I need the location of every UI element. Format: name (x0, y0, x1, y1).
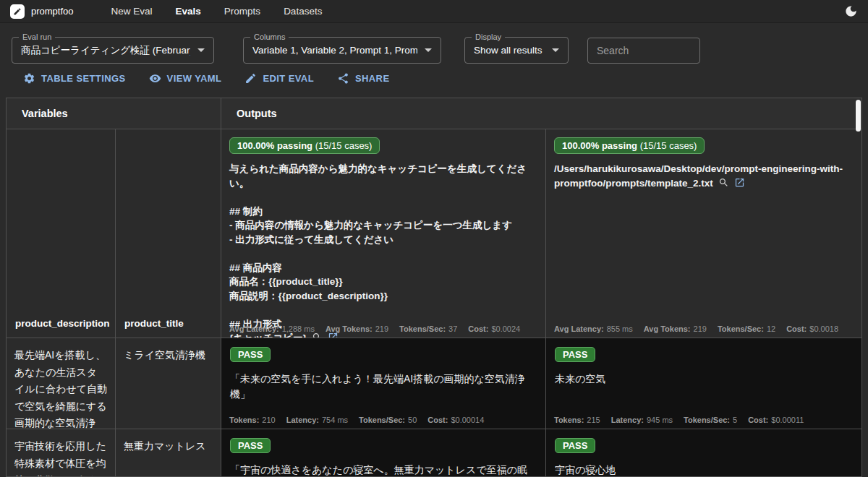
display-select[interactable]: Display Show all results (464, 37, 569, 64)
row-1-product-description: 最先端AIを搭載し、あなたの生活スタイルに合わせて自動で空気を綺麗にする画期的な… (7, 338, 116, 429)
nav-new-eval[interactable]: New Eval (111, 6, 153, 17)
navbar: promptfoo New Eval Evals Prompts Dataset… (0, 0, 868, 23)
output-text: 「宇宙の快適さをあなたの寝室へ。無重力マットレスで至福の眠りを体 (230, 463, 537, 477)
pass-badge: PASS (230, 438, 271, 453)
row-1-product-title: ミライ空気清浄機 (116, 338, 221, 429)
eval-run-select[interactable]: Eval run 商品コピーライティング検証 (February … (12, 37, 214, 64)
passing-cases: (15/15 cases) (312, 140, 372, 151)
columns-select[interactable]: Columns Variable 1, Variable 2, Prompt 1… (243, 37, 441, 64)
search-box (587, 38, 700, 64)
main-nav: New Eval Evals Prompts Datasets (111, 6, 323, 17)
promptfoo-app: promptfoo New Eval Evals Prompts Dataset… (0, 0, 868, 477)
row-2-product-description: 宇宙技術を応用した特殊素材で体圧を均等に分散し、まるで (7, 429, 116, 477)
brand-name: promptfoo (31, 6, 74, 17)
output-stats: Tokens:210 Latency:754 ms Tokens/Sec:50 … (229, 416, 484, 424)
output-text: 「未来の空気を手に入れよう！最先端AI搭載の画期的な空気清浄機」 (230, 371, 537, 402)
gear-icon (23, 72, 35, 85)
nav-prompts[interactable]: Prompts (224, 6, 260, 17)
prompt-2-cell: 100.00% passing (15/15 cases) /Users/har… (546, 129, 861, 338)
columns-label: Columns (250, 32, 289, 42)
row-2-product-title: 無重力マットレス (116, 429, 221, 477)
table-settings-button[interactable]: TABLE SETTINGS (22, 69, 127, 87)
prompt-1-stats: Avg Latency:1,288 ms Avg Tokens:219 Toke… (229, 325, 520, 333)
eval-run-label: Eval run (19, 32, 55, 42)
open-external-icon[interactable] (734, 177, 745, 188)
pass-badge: PASS (555, 438, 595, 453)
edit-eval-label: EDIT EVAL (263, 73, 314, 84)
passing-percent: 100.00% passing (562, 140, 637, 151)
pass-badge: PASS (230, 347, 271, 362)
nav-evals[interactable]: Evals (176, 6, 201, 17)
table-settings-label: TABLE SETTINGS (41, 73, 126, 84)
share-icon (337, 72, 349, 85)
display-label: Display (472, 32, 505, 42)
row-1-output-1[interactable]: PASS 「未来の空気を手に入れよう！最先端AI搭載の画期的な空気清浄機」 To… (221, 338, 546, 429)
brand[interactable]: promptfoo (10, 4, 74, 19)
toolbar: TABLE SETTINGS VIEW YAML EDIT EVAL SHARE (22, 69, 391, 87)
chevron-down-icon (425, 48, 432, 52)
search-input[interactable] (588, 38, 699, 63)
eval-run-value: 商品コピーライティング検証 (February … (21, 44, 190, 57)
prompt-1-cell: 100.00% passing (15/15 cases) 与えられた商品内容か… (221, 129, 546, 338)
dark-mode-toggle-moon-icon[interactable] (844, 4, 858, 18)
output-text: 未来の空気 (555, 371, 853, 387)
row-2-output-2[interactable]: PASS 宇宙の寝心地 (546, 429, 861, 477)
chevron-down-icon (197, 48, 205, 52)
pass-badge: PASS (555, 347, 595, 362)
chevron-down-icon (552, 48, 559, 52)
display-value: Show all results (474, 45, 545, 56)
passing-percent: 100.00% passing (237, 140, 312, 151)
prompt-2-stats: Avg Latency:855 ms Avg Tokens:219 Tokens… (554, 325, 838, 333)
passing-rate-badge: 100.00% passing (15/15 cases) (554, 137, 705, 154)
view-yaml-label: VIEW YAML (167, 73, 222, 84)
promptfoo-logo-icon (10, 4, 25, 19)
view-yaml-button[interactable]: VIEW YAML (148, 69, 224, 87)
magnifier-icon[interactable] (718, 177, 729, 188)
vertical-scrollbar-thumb[interactable] (856, 100, 861, 132)
prompt-1-text: 与えられた商品内容から魅力的なキャッチコピーを生成してください。 ## 制約 -… (229, 162, 537, 338)
outputs-header: Outputs (221, 98, 861, 129)
eye-icon (149, 72, 161, 85)
results-table: Variables Outputs product_description pr… (6, 98, 862, 477)
pencil-icon (244, 72, 257, 85)
edit-eval-button[interactable]: EDIT EVAL (243, 69, 315, 87)
share-label: SHARE (355, 73, 390, 84)
output-text: 宇宙の寝心地 (555, 463, 853, 477)
row-1-output-2[interactable]: PASS 未来の空気 Tokens:215 Latency:945 ms Tok… (546, 338, 861, 429)
prompt-2-text: /Users/harukikurosawa/Desktop/dev/prompt… (554, 162, 854, 190)
nav-datasets[interactable]: Datasets (284, 6, 322, 17)
columns-value: Variable 1, Variable 2, Prompt 1, Prompt… (252, 45, 417, 56)
variables-header: Variables (7, 98, 221, 129)
column-header-product-description: product_description (7, 129, 116, 338)
row-2-output-1[interactable]: PASS 「宇宙の快適さをあなたの寝室へ。無重力マットレスで至福の眠りを体 (221, 429, 546, 477)
output-stats: Tokens:215 Latency:945 ms Tokens/Sec:5 C… (554, 416, 804, 424)
passing-cases: (15/15 cases) (637, 140, 697, 151)
column-header-product-title: product_title (116, 129, 221, 338)
passing-rate-badge: 100.00% passing (15/15 cases) (229, 137, 380, 154)
share-button[interactable]: SHARE (336, 69, 391, 87)
